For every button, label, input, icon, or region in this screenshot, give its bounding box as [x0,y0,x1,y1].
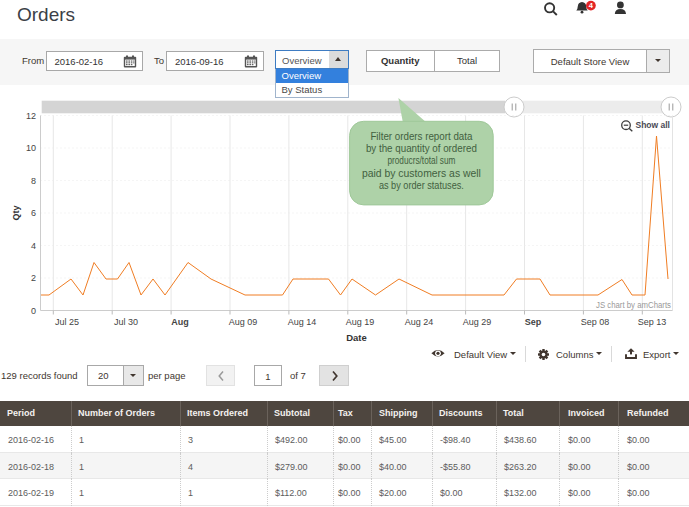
svg-text:2: 2 [31,273,36,283]
svg-text:Aug 29: Aug 29 [463,317,492,327]
svg-text:Sep 08: Sep 08 [581,317,610,327]
svg-text:JS chart by amCharts: JS chart by amCharts [596,300,671,310]
svg-text:Show all: Show all [636,120,670,130]
svg-text:producrs/total sum: producrs/total sum [387,155,455,166]
svg-text:Sep 13: Sep 13 [638,317,667,327]
svg-text:10: 10 [26,143,36,153]
svg-text:paid by customers as well: paid by customers as well [362,168,481,179]
svg-text:Date: Date [346,332,367,343]
svg-text:Aug 09: Aug 09 [229,317,258,327]
svg-text:Sep: Sep [525,317,542,327]
svg-text:as by order statuses.: as by order statuses. [379,180,464,191]
svg-text:by the quantity of ordered: by the quantity of ordered [366,143,477,154]
svg-text:4: 4 [31,241,36,251]
svg-text:6: 6 [31,208,36,218]
svg-text:Qty: Qty [11,205,21,220]
svg-text:Aug 14: Aug 14 [288,317,317,327]
svg-text:12: 12 [26,111,36,121]
svg-text:Aug 19: Aug 19 [346,317,375,327]
svg-text:Jul 25: Jul 25 [55,317,79,327]
svg-text:Filter orders report data: Filter orders report data [370,131,472,142]
svg-text:8: 8 [31,176,36,186]
svg-text:0: 0 [31,306,36,316]
svg-text:Jul 30: Jul 30 [114,317,138,327]
svg-text:Aug 24: Aug 24 [405,317,434,327]
svg-text:Aug: Aug [171,317,189,327]
